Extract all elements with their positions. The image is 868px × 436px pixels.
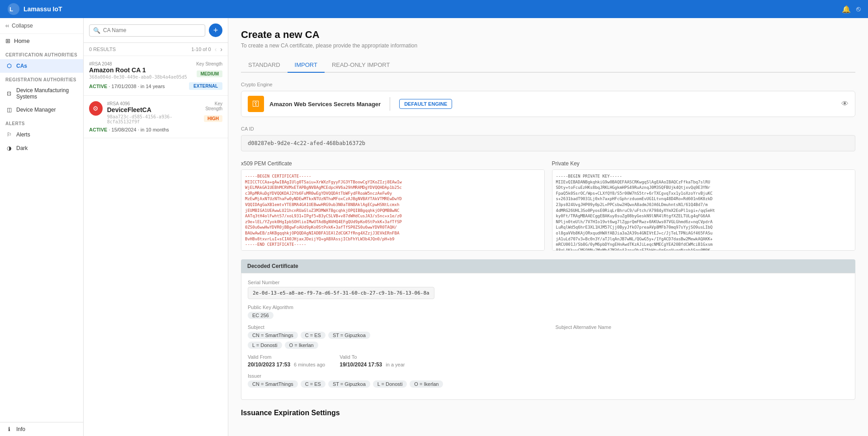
sidebar-item-dark[interactable]: ◑ Dark [0,141,83,155]
sidebar-item-home[interactable]: ⊞ Home [0,34,83,48]
subject-tag-l: L = Donosti [248,342,282,349]
add-ca-button[interactable]: + [209,23,222,37]
public-key-algo-label: Public Key Algorithm [248,305,849,310]
decoded-cert-body: Serial Number 2e-0d-13-e5-a8-ae-f9-7a-d6… [241,273,855,400]
subject-tag-st: ST = Gipuzkoa [328,332,370,339]
valid-from-label: Valid From [248,354,325,360]
dark-icon: ◑ [5,145,13,152]
sidebar-item-cas[interactable]: ⬡ CAs [0,59,83,73]
crypto-engine-info: Amazon Web Services Secrets Manager [269,101,381,108]
valid-to-rel: in a year [386,362,405,367]
svg-text:L: L [9,6,13,13]
pagination-label: 1-10 of 0 [191,47,211,52]
home-label: Home [14,38,30,44]
dark-label: Dark [16,145,28,151]
subject-tag-c: C = ES [301,332,326,339]
ca-rsa-badge-2: #RSA 4096 [107,101,198,106]
san-col: Subject Alternative Name [556,324,849,349]
dm-label: Device Manager [16,107,56,113]
issuer-tag-cn: CN = SmartThings [248,380,298,388]
private-key-label: Private Key [552,160,856,167]
issuer-tag-st: ST = Gipuzkoa [328,380,370,388]
pem-cert-textarea[interactable] [241,169,545,251]
dm-icon: ◫ [5,106,13,113]
issuer-row: Issuer CN = SmartThings C = ES ST = Gipu… [248,373,849,388]
issuer-tags: CN = SmartThings C = ES ST = Gipuzkoa L … [248,380,849,388]
pem-row: x509 PEM Certificate Private Key [241,160,855,252]
valid-to-label: Valid To [340,354,405,360]
sidebar-item-dms[interactable]: ⊡ Device Manufacturing Systems [0,84,83,103]
default-engine-button[interactable]: DEFAULT ENGINE [399,99,452,109]
tab-import[interactable]: IMPORT [288,58,325,73]
private-key-textarea[interactable] [552,169,856,251]
section-label-ra: Registration Authorities [0,73,83,84]
public-key-algo-row: Public Key Algorithm EC 256 [248,305,849,319]
aws-icon-glyph: ⚿ [252,100,259,108]
eye-icon[interactable]: 👁 [841,100,849,108]
logo-icon: L [7,3,20,15]
search-icon: 🔍 [93,27,100,34]
status-date: · 17/01/2038 · in 14 years [108,84,165,89]
cas-icon: ⬡ [5,62,13,70]
topbar-actions: 🔔 ⎋ [842,5,861,14]
decoded-cert-section: Decoded Certificate Serial Number 2e-0d-… [241,259,855,400]
logout-icon[interactable]: ⎋ [856,5,861,13]
section-label-cas: Certification Authorities [0,48,83,59]
ca-card-hash-2: 98aa723c-d585-4156-a936-8cfa35132f9f [107,114,198,124]
import-tabs: STANDARD IMPORT READ-ONLY IMPORT [241,58,855,73]
sidebar: ‹‹ Collapse ⊞ Home Certification Authori… [0,18,84,436]
search-wrap: 🔍 [89,24,205,37]
next-page-button[interactable]: › [220,46,222,53]
issuance-title: Issuance Expiration Settings [241,409,855,417]
tab-standard[interactable]: STANDARD [241,58,288,73]
tab-readonly-import[interactable]: READ-ONLY IMPORT [325,58,397,73]
pagination-controls: 1-10 of 0 ‹ › [191,46,222,53]
subject-label: Subject [248,324,541,330]
sidebar-item-dm[interactable]: ◫ Device Manager [0,103,83,117]
prev-page-button[interactable]: ‹ [215,46,217,53]
ca-card-amazon[interactable]: #RSA 2048 Amazon Root CA 1 368a004d-0e30… [84,56,228,96]
subject-tag-o: O = Ikerlan [285,342,318,349]
ca-card-title: Amazon Root CA 1 [89,66,187,74]
results-count: 0 RESULTS [89,47,116,52]
main-panel: Create a new CA To create a new CA certi… [228,18,868,436]
subject-col: Subject CN = SmartThings C = ES ST = Gip… [248,324,541,349]
ca-card-devicefleet[interactable]: ⚙ #RSA 4096 DeviceFleetCA 98aa723c-d585-… [84,96,228,138]
ca-card-status-2: ACTIVE · 15/08/2024 · in 10 months [89,127,169,132]
sidebar-item-alerts[interactable]: ⚐ Alerts [0,128,83,141]
search-input[interactable] [103,27,201,33]
divider [390,97,390,111]
crypto-engine-section-label: Crypto Engine [241,82,855,87]
info-icon: ℹ [5,426,13,433]
pem-cert-col: x509 PEM Certificate [241,160,545,252]
external-button[interactable]: EXTERNAL [189,82,222,90]
san-label: Subject Alternative Name [556,324,849,330]
brand-name: Lamassu IoT [24,5,62,13]
sidebar-collapse-button[interactable]: ‹‹ Collapse [0,18,83,34]
key-strength-label-2: Key Strength [198,101,222,111]
dms-icon: ⊡ [5,90,13,97]
ca-card-footer-2: ACTIVE · 15/08/2024 · in 10 months [89,127,222,132]
ca-card-status: ACTIVE · 17/01/2038 · in 14 years [89,84,165,89]
ca-card-hash: 368a004d-0e30-449e-aba0-38b4a4ae05d5 [89,75,187,80]
collapse-icon: ‹‹ [5,23,9,29]
crypto-engine-box: ⚿ Amazon Web Services Secrets Manager DE… [241,91,855,117]
page-title: Create a new CA [241,29,855,41]
alerts-label: Alerts [16,131,30,138]
valid-to-date: 19/10/2024 17:53 [340,361,382,368]
issuer-tag-c: C = ES [301,380,326,388]
subject-san-row: Subject CN = SmartThings C = ES ST = Gip… [248,324,849,349]
issuer-tag-l: L = Donosti [373,380,407,388]
serial-number-value: 2e-0d-13-e5-a8-ae-f9-7a-d6-5f-31-60-cb-2… [248,287,434,299]
list-meta: 0 RESULTS 1-10 of 0 ‹ › [84,43,228,56]
topbar: L Lamassu IoT 🔔 ⎋ [0,0,868,18]
ca-id-value: d08287eb-9d2e-4c22-afed-468bab16372b [241,135,855,151]
info-label: Info [16,426,25,432]
issuer-tag-o: O = Ikerlan [410,380,443,388]
sidebar-item-info[interactable]: ℹ Info [0,422,83,436]
valid-from-col: Valid From 20/10/2023 17:53 6 minutes ag… [248,354,325,368]
date-row: Valid From 20/10/2023 17:53 6 minutes ag… [248,354,849,368]
ca-card-title-2: DeviceFleetCA [107,106,198,113]
bell-icon[interactable]: 🔔 [842,5,851,14]
public-key-algo-tag: EC 256 [248,312,274,319]
